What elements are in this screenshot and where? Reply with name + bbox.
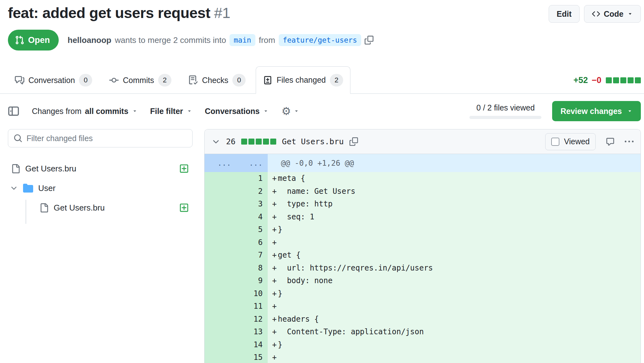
kebab-menu-icon[interactable] — [625, 137, 634, 146]
line-number-gutter[interactable]: 11 — [205, 300, 268, 313]
hunk-header-row: ... ... @@ -0,0 +1,26 @@ — [205, 154, 641, 172]
line-number-gutter[interactable]: 1 — [205, 172, 268, 185]
copy-icon[interactable] — [365, 36, 373, 45]
code-line: +meta { — [268, 172, 641, 185]
status-badge-label: Open — [28, 35, 50, 45]
tab-label: Commits — [123, 76, 154, 85]
diff-sign: + — [268, 313, 278, 326]
new-line-number: 8 — [236, 262, 268, 275]
diff-code-row[interactable]: 3+ type: http — [205, 198, 641, 211]
line-number-gutter[interactable]: 12 — [205, 313, 268, 326]
new-line-number: 4 — [236, 211, 268, 223]
viewed-button[interactable]: Viewed — [545, 133, 596, 150]
tab-checks[interactable]: Checks 0 — [182, 67, 253, 93]
line-number-gutter[interactable]: 9 — [205, 274, 268, 287]
collapse-sidebar-icon[interactable] — [8, 105, 19, 117]
viewed-checkbox[interactable] — [551, 138, 559, 146]
new-line-number: 14 — [236, 338, 268, 351]
diff-code-row[interactable]: 10+} — [205, 287, 641, 300]
tab-commits[interactable]: Commits 2 — [102, 67, 178, 93]
base-branch-label[interactable]: main — [230, 34, 255, 46]
search-icon — [14, 134, 22, 143]
folder-icon — [23, 183, 33, 193]
line-number-gutter[interactable]: 10 — [205, 287, 268, 300]
diff-code-row[interactable]: 5+} — [205, 223, 641, 236]
conversations-dropdown[interactable]: Conversations — [205, 107, 269, 116]
diff-filename[interactable]: Get Users.bru — [282, 137, 344, 146]
diff-code-row[interactable]: 6+ — [205, 236, 641, 249]
code-line: +} — [268, 287, 641, 300]
line-number-gutter[interactable]: 3 — [205, 198, 268, 211]
code-line: + type: http — [268, 198, 641, 211]
line-number-gutter[interactable]: 15 — [205, 351, 268, 363]
diff-code-row[interactable]: 12+headers { — [205, 313, 641, 326]
line-number-gutter[interactable]: 6 — [205, 236, 268, 249]
old-line-number — [205, 198, 236, 211]
copy-icon[interactable] — [349, 137, 358, 146]
head-branch-label[interactable]: feature/get-users — [279, 34, 361, 46]
tab-conversation[interactable]: Conversation 0 — [8, 67, 99, 93]
diff-lines: 1+meta {2+ name: Get Users3+ type: http4… — [205, 172, 641, 363]
old-line-number — [205, 185, 236, 198]
diff-code-row[interactable]: 13+ Content-Type: application/json — [205, 325, 641, 338]
tree-item-folder[interactable]: User — [8, 178, 193, 198]
merge-text-before: wants to merge 2 commits into — [115, 35, 226, 45]
code-line: + seq: 1 — [268, 211, 641, 223]
chevron-down-icon — [294, 108, 299, 114]
tab-count: 2 — [330, 74, 343, 86]
files-toolbar: Changes from all commits File filter Con… — [0, 100, 644, 122]
diff-code-row[interactable]: 8+ url: https://reqres.in/api/users — [205, 262, 641, 275]
files-viewed: 0 / 2 files viewed — [469, 103, 541, 119]
files-viewed-text: 0 / 2 files viewed — [476, 103, 535, 112]
line-number-gutter[interactable]: 8 — [205, 262, 268, 275]
changes-from-dropdown[interactable]: Changes from all commits — [32, 107, 138, 116]
diff-code-row[interactable]: 15+ — [205, 351, 641, 363]
tab-label: Checks — [202, 76, 228, 85]
diff-code-row[interactable]: 2+ name: Get Users — [205, 185, 641, 198]
code-line: + body: none — [268, 274, 641, 287]
code-button[interactable]: Code — [584, 5, 641, 23]
diff-code-row[interactable]: 4+ seq: 1 — [205, 211, 641, 223]
line-number-gutter[interactable]: 2 — [205, 185, 268, 198]
diff-code-row[interactable]: 11+ — [205, 300, 641, 313]
line-number-gutter[interactable]: 14 — [205, 338, 268, 351]
old-line-number — [205, 249, 236, 262]
line-number-gutter[interactable]: 4 — [205, 211, 268, 223]
line-number-gutter[interactable]: 5 — [205, 223, 268, 236]
header-actions: Edit Code — [549, 4, 641, 23]
new-line-number: 7 — [236, 249, 268, 262]
diff-code-row[interactable]: 14+} — [205, 338, 641, 351]
file-icon — [39, 203, 49, 212]
gear-icon: ⚙ — [281, 106, 291, 116]
diff-sign: + — [268, 262, 278, 275]
filter-changed-files-input[interactable] — [8, 129, 193, 147]
old-line-number — [205, 313, 236, 326]
diff-added-icon — [179, 203, 189, 212]
diff-code-row[interactable]: 1+meta { — [205, 172, 641, 185]
file-changes-count: 26 — [226, 137, 236, 146]
diff-sign: + — [268, 223, 278, 236]
tab-label: Files changed — [277, 75, 326, 85]
line-number-gutter[interactable]: 13 — [205, 325, 268, 338]
collapse-diff-icon[interactable] — [212, 137, 220, 146]
diff-code-row[interactable]: 9+ body: none — [205, 274, 641, 287]
chevron-down-icon — [627, 108, 633, 114]
line-number-gutter[interactable]: 7 — [205, 249, 268, 262]
author-login[interactable]: helloanoop — [68, 35, 111, 45]
tree-item-file[interactable]: Get Users.bru — [8, 198, 193, 217]
edit-button[interactable]: Edit — [549, 5, 579, 23]
changes-from-label: Changes from — [32, 107, 81, 116]
new-line-number: 5 — [236, 223, 268, 236]
diffstat-block — [263, 139, 269, 145]
comment-icon[interactable] — [606, 137, 615, 146]
tab-label: Conversation — [28, 76, 75, 85]
diffstat: +52 −0 — [573, 75, 641, 85]
review-changes-button[interactable]: Review changes — [552, 101, 641, 121]
diff-code-row[interactable]: 7+get { — [205, 249, 641, 262]
tree-item-file[interactable]: Get Users.bru — [8, 159, 193, 178]
hunk-header-text: @@ -0,0 +1,26 @@ — [268, 154, 641, 172]
diff-settings-dropdown[interactable]: ⚙ — [281, 106, 299, 116]
file-filter-dropdown[interactable]: File filter — [150, 107, 192, 116]
tab-files-changed[interactable]: Files changed 2 — [256, 66, 350, 94]
old-line-number — [205, 300, 236, 313]
